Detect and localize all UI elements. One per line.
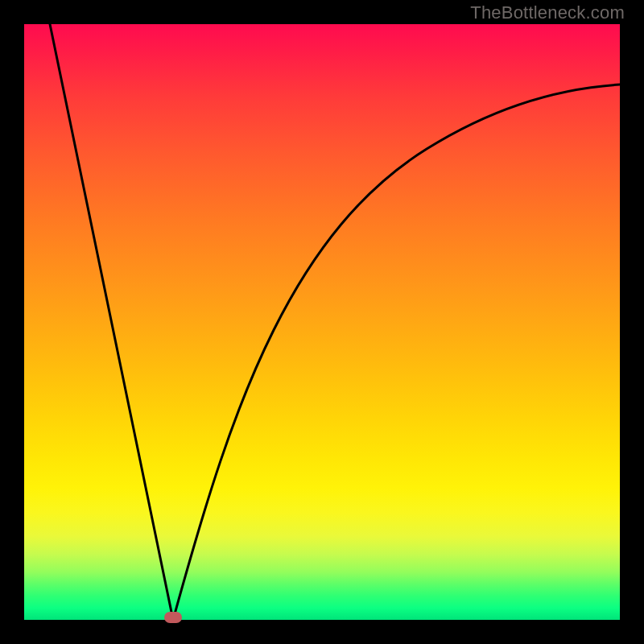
watermark-label: TheBottleneck.com	[470, 2, 625, 23]
minimum-marker	[164, 612, 182, 623]
plot-area	[24, 24, 620, 620]
chart-frame: TheBottleneck.com	[0, 0, 644, 644]
